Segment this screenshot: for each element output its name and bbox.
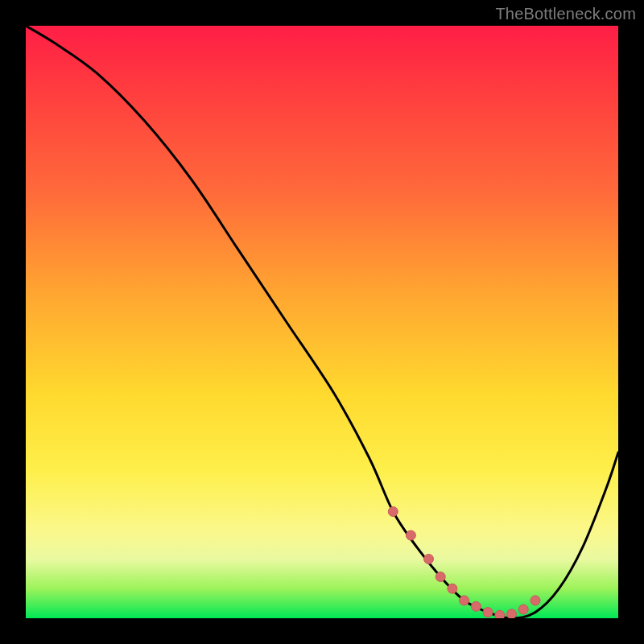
- watermark-text: TheBottleneck.com: [495, 5, 636, 23]
- chart-frame: TheBottleneck.com: [0, 0, 644, 644]
- highlight-markers: [388, 507, 540, 619]
- chart-svg: [26, 26, 618, 618]
- marker-dot: [424, 554, 434, 564]
- plot-area: [26, 26, 618, 618]
- marker-dot: [460, 596, 469, 605]
- marker-dot: [483, 608, 493, 617]
- bottleneck-curve: [26, 26, 618, 618]
- marker-dot: [495, 610, 505, 618]
- marker-dot: [507, 609, 517, 618]
- marker-dot: [518, 605, 528, 614]
- marker-dot: [406, 530, 415, 540]
- marker-dot: [471, 601, 481, 611]
- marker-dot: [388, 507, 398, 517]
- marker-dot: [436, 572, 445, 582]
- marker-dot: [530, 596, 540, 605]
- marker-dot: [448, 584, 457, 593]
